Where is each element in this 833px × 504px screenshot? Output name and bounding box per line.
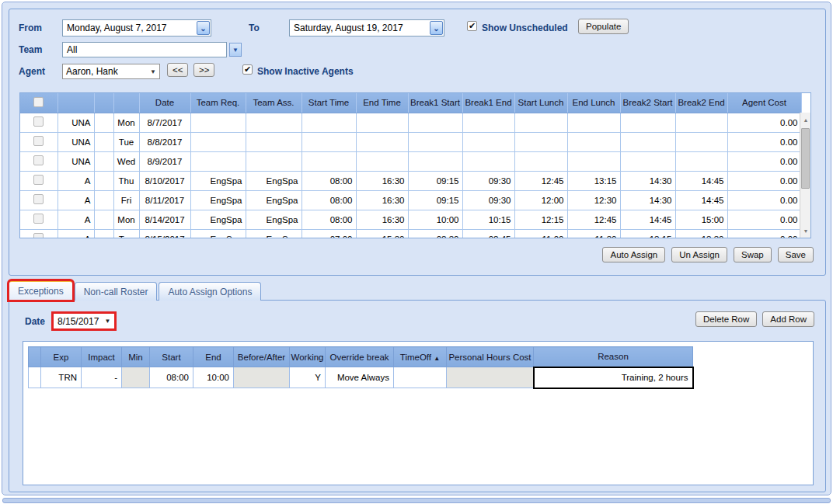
scrollbar-thumb[interactable] (801, 128, 810, 189)
col-working[interactable]: Working (290, 347, 326, 367)
tab-auto-assign-options[interactable]: Auto Assign Options (159, 282, 261, 301)
schedule-cell-end-lunch[interactable]: 12:45 (567, 210, 620, 229)
schedule-cell-end-time[interactable] (356, 132, 408, 151)
schedule-cell-team-ass[interactable]: EngSpa (246, 229, 301, 238)
schedule-cell-end-lunch[interactable] (567, 113, 620, 132)
schedule-cell-break1-start[interactable] (408, 113, 462, 132)
schedule-cell-team-req[interactable]: EngSpa (190, 210, 246, 229)
un-assign-button[interactable]: Un Assign (671, 247, 727, 262)
col-exp[interactable]: Exp (41, 347, 82, 367)
next-agent-button[interactable]: >> (193, 63, 214, 77)
schedule-cell-break1-end[interactable] (462, 132, 514, 151)
schedule-cell-date[interactable]: 8/10/2017 (139, 171, 190, 190)
to-date-combobox[interactable]: Saturday, August 19, 2017 ⌄ (289, 19, 444, 36)
col-override-break[interactable]: Override break (326, 347, 394, 367)
schedule-cell-team-req[interactable] (190, 113, 246, 132)
exception-cell-start[interactable]: 08:00 (150, 367, 193, 388)
schedule-cell-agent-cost[interactable]: 0.00 (727, 151, 801, 171)
schedule-cell-team-ass[interactable] (246, 113, 301, 132)
row-checkbox[interactable] (33, 214, 44, 224)
col-impact[interactable]: Impact (82, 347, 122, 367)
schedule-cell-end-time[interactable]: 16:30 (356, 210, 408, 229)
schedule-cell-team-ass[interactable]: EngSpa (246, 171, 301, 190)
schedule-cell-status[interactable]: UNA (58, 132, 94, 151)
schedule-cell-start-time[interactable]: 08:00 (301, 190, 356, 210)
schedule-cell-team-ass[interactable]: EngSpa (246, 210, 301, 229)
schedule-cell-date[interactable]: 8/11/2017 (139, 190, 190, 210)
exception-cell-end[interactable]: 10:00 (193, 367, 234, 388)
schedule-cell-day[interactable]: Tue (113, 132, 139, 151)
schedule-cell-break1-end[interactable] (462, 151, 514, 171)
schedule-cell-end-time[interactable] (356, 151, 408, 171)
schedule-cell-day[interactable]: Tue (113, 229, 139, 238)
col-end[interactable]: End (193, 347, 234, 367)
schedule-cell-end-time[interactable]: 15:30 (356, 229, 408, 238)
delete-row-button[interactable]: Delete Row (695, 311, 757, 327)
swap-button[interactable]: Swap (734, 247, 772, 262)
save-button[interactable]: Save (778, 247, 814, 262)
tab-exceptions[interactable]: Exceptions (9, 280, 73, 301)
schedule-cell-break1-end[interactable] (462, 113, 514, 132)
schedule-cell-agent-cost[interactable]: 0.00 (727, 210, 801, 229)
schedule-cell-select[interactable] (20, 171, 58, 190)
schedule-cell-status[interactable]: A (58, 190, 94, 210)
row-checkbox[interactable] (33, 155, 44, 165)
schedule-cell-team-ass[interactable] (246, 132, 301, 151)
schedule-cell-start-lunch[interactable] (514, 132, 567, 151)
schedule-cell-start-time[interactable]: 07:00 (301, 229, 356, 238)
team-combobox[interactable]: All (62, 42, 227, 57)
schedule-cell-start-time[interactable] (301, 151, 356, 171)
schedule-cell-start-lunch[interactable]: 12:45 (514, 171, 567, 190)
schedule-cell-break2-start[interactable]: 14:30 (620, 171, 675, 190)
vertical-scrollbar[interactable]: ▲ ▼ (800, 113, 810, 238)
schedule-cell-break1-end[interactable]: 10:15 (462, 210, 514, 229)
schedule-cell-break2-start[interactable]: 13:15 (620, 229, 675, 238)
schedule-cell-date[interactable]: 8/14/2017 (139, 210, 190, 229)
auto-assign-button[interactable]: Auto Assign (602, 247, 665, 262)
schedule-cell-start-time[interactable] (301, 132, 356, 151)
schedule-cell-status[interactable]: A (58, 210, 94, 229)
schedule-cell-break1-start[interactable]: 09:15 (408, 190, 462, 210)
schedule-cell-team-req[interactable] (190, 132, 246, 151)
exception-cell-reason[interactable]: Training, 2 hours (534, 367, 693, 388)
schedule-cell-team-ass[interactable]: EngSpa (246, 190, 301, 210)
schedule-cell-select[interactable] (20, 151, 58, 171)
schedule-cell-agent-cost[interactable]: 0.00 (727, 132, 801, 151)
schedule-cell-team-req[interactable]: EngSpa (190, 171, 246, 190)
col-min[interactable]: Min (122, 347, 150, 367)
schedule-cell-day[interactable]: Fri (113, 190, 139, 210)
exception-cell-exp[interactable]: TRN (41, 367, 82, 388)
col-reason[interactable]: Reason (534, 347, 693, 367)
scroll-up-icon[interactable]: ▲ (800, 114, 811, 125)
agent-select[interactable]: Aaron, Hank ▼ (62, 64, 160, 79)
schedule-cell-break1-start[interactable]: 08:30 (408, 229, 462, 238)
schedule-cell-date[interactable]: 8/8/2017 (139, 132, 190, 151)
exception-cell-override-break[interactable]: Move Always (326, 367, 394, 388)
schedule-cell-day[interactable]: Mon (113, 113, 139, 132)
schedule-cell-break2-end[interactable]: 14:45 (675, 190, 727, 210)
exception-cell-timeoff[interactable] (394, 367, 447, 388)
row-checkbox[interactable] (33, 233, 44, 238)
schedule-cell-start-time[interactable]: 08:00 (301, 210, 356, 229)
schedule-cell-select[interactable] (20, 132, 58, 151)
schedule-cell-status[interactable]: A (58, 171, 94, 190)
schedule-cell-end-lunch[interactable]: 11:30 (567, 229, 620, 238)
from-date-dropdown-icon[interactable]: ⌄ (197, 21, 210, 35)
schedule-cell-break1-end[interactable]: 09:30 (462, 171, 514, 190)
schedule-cell-break2-end[interactable] (675, 151, 727, 171)
schedule-cell-break2-start[interactable] (620, 151, 675, 171)
exception-cell-working[interactable]: Y (290, 367, 326, 388)
tab-non-call-roster[interactable]: Non-call Roster (75, 282, 158, 301)
show-inactive-checkbox[interactable]: ✔ (242, 64, 253, 75)
exception-cell-impact[interactable]: - (82, 367, 122, 388)
schedule-cell-end-time[interactable] (356, 113, 408, 132)
schedule-cell-break1-start[interactable]: 09:15 (408, 171, 462, 190)
to-date-dropdown-icon[interactable]: ⌄ (430, 21, 443, 35)
schedule-cell-date[interactable]: 8/7/2017 (139, 113, 190, 132)
row-checkbox[interactable] (33, 116, 44, 127)
schedule-cell-break2-end[interactable]: 13:30 (675, 229, 727, 238)
schedule-cell-date[interactable]: 8/15/2017 (139, 229, 190, 238)
schedule-cell-break1-start[interactable]: 10:00 (408, 210, 462, 229)
team-dropdown-icon[interactable]: ▼ (229, 43, 242, 57)
schedule-cell-agent-cost[interactable]: 0.00 (727, 113, 801, 132)
